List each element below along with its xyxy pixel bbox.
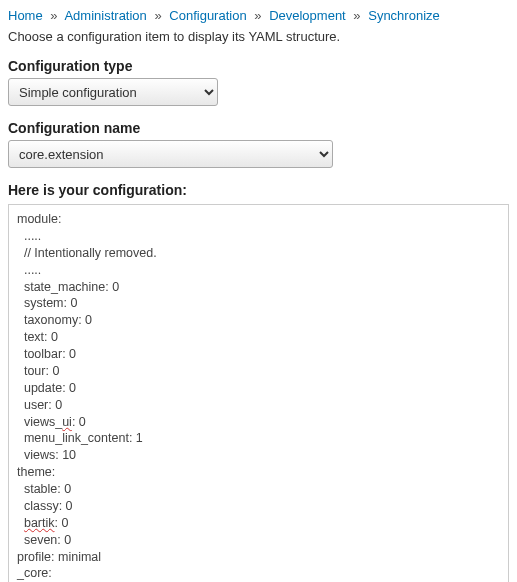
breadcrumb-configuration[interactable]: Configuration [169,8,246,23]
breadcrumb-sep: » [254,8,261,23]
breadcrumb: Home » Administration » Configuration » … [8,8,509,23]
intro-text: Choose a configuration item to display i… [8,29,509,44]
yaml-output: module: ..... // Intentionally removed. … [8,204,509,582]
breadcrumb-sep: » [154,8,161,23]
breadcrumb-synchronize[interactable]: Synchronize [368,8,440,23]
breadcrumb-sep: » [353,8,360,23]
breadcrumb-home[interactable]: Home [8,8,43,23]
breadcrumb-administration[interactable]: Administration [64,8,146,23]
config-heading: Here is your configuration: [8,182,509,198]
config-type-label: Configuration type [8,58,509,74]
config-name-select[interactable]: core.extension [8,140,333,168]
config-type-select[interactable]: Simple configuration [8,78,218,106]
breadcrumb-sep: » [50,8,57,23]
breadcrumb-development[interactable]: Development [269,8,346,23]
config-name-label: Configuration name [8,120,509,136]
